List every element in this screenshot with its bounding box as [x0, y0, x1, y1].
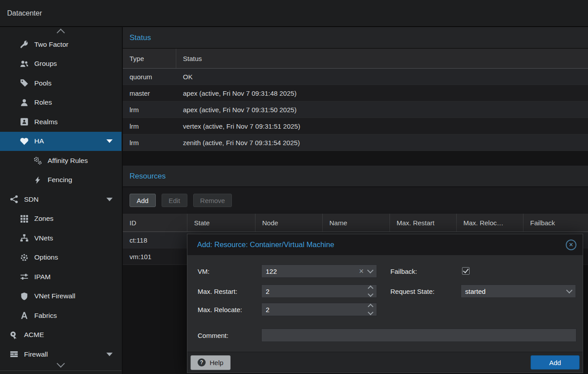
comment-field[interactable]: [261, 329, 576, 342]
max-relocate-input[interactable]: [266, 306, 364, 313]
column-header[interactable]: State: [187, 214, 255, 232]
sidebar-item-label: Zones: [34, 215, 53, 223]
chevron-down-icon[interactable]: [367, 267, 373, 273]
sidebar-item-options[interactable]: Options: [0, 248, 122, 268]
sidebar-item-label: HA: [34, 137, 44, 145]
sidebar-item-label: Roles: [34, 98, 52, 106]
column-header[interactable]: Max. Reloc…: [457, 214, 523, 232]
check-icon: [463, 267, 469, 273]
failback-checkbox[interactable]: [462, 267, 470, 275]
spin-down-icon[interactable]: [368, 291, 373, 297]
sidebar-item-label: Firewall: [24, 350, 48, 358]
chevron-down-icon[interactable]: [106, 139, 113, 143]
help-button[interactable]: ? Help: [191, 355, 231, 370]
sliders-icon: [20, 272, 28, 281]
sidebar-item-roles[interactable]: Roles: [0, 93, 122, 113]
sidebar-item-vnets[interactable]: VNets: [0, 228, 122, 248]
status-section-title: Status: [130, 33, 151, 42]
sitemap-icon: [20, 234, 28, 242]
spinner[interactable]: [369, 286, 373, 296]
share-network-icon: [10, 195, 18, 203]
column-header-type[interactable]: Type: [123, 49, 176, 68]
sidebar-item-groups[interactable]: Groups: [0, 54, 122, 74]
chevron-down-icon[interactable]: [106, 353, 113, 356]
status-row-status: apex (active, Fri Nov 7 09:31:48 2025): [176, 89, 588, 97]
sidebar-item-label: IPAM: [34, 273, 51, 281]
status-row[interactable]: master apex (active, Fri Nov 7 09:31:48 …: [123, 85, 588, 102]
sidebar-item-affinity-rules[interactable]: Affinity Rules: [0, 151, 122, 171]
dialog-title-bar[interactable]: Add: Resource: Container/Virtual Machine…: [187, 234, 583, 255]
spin-up-icon[interactable]: [368, 285, 373, 291]
sidebar-divider: [0, 370, 122, 371]
spin-down-icon[interactable]: [368, 309, 373, 315]
section-gap: [123, 151, 588, 166]
chevron-down-icon[interactable]: [106, 198, 113, 201]
resource-row-id: vm:101: [123, 253, 187, 260]
vm-input[interactable]: [266, 268, 354, 275]
column-header-status[interactable]: Status: [176, 49, 588, 68]
sidebar-item-label: Realms: [34, 118, 58, 126]
sidebar-scroll-up[interactable]: [0, 27, 122, 35]
resource-row-id: ct:118: [123, 236, 187, 244]
sidebar-item-label: Options: [34, 253, 58, 261]
sidebar-item-ipam[interactable]: IPAM: [0, 267, 122, 287]
user-icon: [20, 98, 28, 107]
vm-combobox[interactable]: ×: [261, 264, 377, 278]
max-restart-input[interactable]: [266, 288, 364, 295]
spin-up-icon[interactable]: [368, 304, 373, 309]
status-row[interactable]: quorum OK: [123, 69, 588, 85]
resources-toolbar: Add Edit Remove: [123, 187, 588, 214]
clear-icon[interactable]: ×: [359, 267, 364, 275]
sidebar-item-two-factor[interactable]: Two Factor: [0, 35, 122, 54]
sidebar-item-zones[interactable]: Zones: [0, 209, 122, 229]
column-header[interactable]: Max. Restart: [390, 214, 457, 232]
sidebar-item-label: VNet Firewall: [34, 292, 75, 300]
sidebar-item-acme[interactable]: ACME: [0, 325, 122, 345]
dialog-add-button[interactable]: Add: [531, 355, 580, 370]
status-row-type: lrm: [123, 106, 176, 114]
request-state-select[interactable]: started: [461, 285, 576, 298]
sidebar-item-vnet-firewall[interactable]: VNet Firewall: [0, 287, 122, 306]
key-icon: [20, 40, 28, 49]
sidebar: Two Factor Groups Pools Roles: [0, 27, 122, 374]
column-header[interactable]: Node: [255, 214, 323, 232]
sidebar-item-ha[interactable]: HA: [0, 132, 122, 151]
vm-label: VM:: [198, 264, 210, 278]
status-table-header: Type Status: [123, 49, 588, 69]
help-icon: ?: [198, 358, 206, 366]
spinner[interactable]: [369, 305, 373, 314]
close-icon[interactable]: ×: [566, 240, 576, 250]
sidebar-item-label: SDN: [24, 195, 39, 203]
request-state-value: started: [465, 288, 563, 295]
sidebar-item-label: VNets: [34, 234, 53, 242]
help-button-label: Help: [210, 359, 223, 366]
column-header[interactable]: ID: [123, 214, 187, 232]
sidebar-tree: Two Factor Groups Pools Roles: [0, 35, 122, 364]
column-header[interactable]: Failback: [523, 214, 588, 232]
chevron-down-icon[interactable]: [566, 287, 572, 293]
max-relocate-field[interactable]: [261, 303, 377, 316]
sidebar-item-realms[interactable]: Realms: [0, 112, 122, 132]
dialog-footer: ? Help Add: [187, 352, 583, 373]
max-restart-field[interactable]: [261, 285, 377, 298]
sidebar-item-label: Two Factor: [34, 41, 69, 49]
status-row[interactable]: lrm apex (active, Fri Nov 7 09:31:50 202…: [123, 102, 588, 118]
sidebar-item-pools[interactable]: Pools: [0, 73, 122, 93]
sidebar-item-fencing[interactable]: Fencing: [0, 171, 122, 190]
topbar: Datacenter: [0, 0, 588, 27]
gear-icon: [20, 253, 28, 262]
sidebar-scroll-down[interactable]: [0, 359, 122, 370]
status-row-type: lrm: [123, 122, 176, 130]
status-table-body: quorum OK master apex (active, Fri Nov 7…: [123, 69, 588, 151]
sidebar-item-label: Groups: [34, 60, 57, 68]
sidebar-item-sdn[interactable]: SDN: [0, 190, 122, 209]
comment-input[interactable]: [266, 332, 572, 339]
status-row[interactable]: lrm zenith (active, Fri Nov 7 09:31:54 2…: [123, 134, 588, 151]
column-header[interactable]: Name: [323, 214, 390, 232]
status-row[interactable]: lrm vertex (active, Fri Nov 7 09:31:51 2…: [123, 118, 588, 134]
status-row-status: OK: [176, 73, 588, 81]
status-row-status: zenith (active, Fri Nov 7 09:31:54 2025): [176, 139, 588, 146]
add-button[interactable]: Add: [130, 194, 156, 207]
failback-label: Failback:: [390, 264, 417, 278]
sidebar-item-fabrics[interactable]: Fabrics: [0, 306, 122, 325]
